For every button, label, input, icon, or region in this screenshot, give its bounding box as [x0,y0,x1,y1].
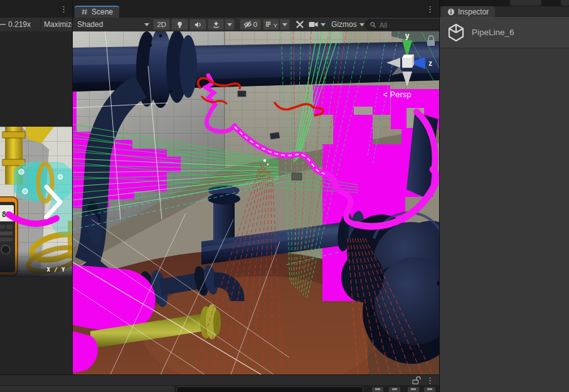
gizmo-cube-top[interactable] [402,55,414,58]
lower-toolbar-button[interactable] [372,387,383,392]
toggle-2d-button[interactable]: 2D [153,19,170,30]
scene-search-input[interactable] [378,21,430,29]
tab-inspector[interactable]: Inspector [441,6,495,17]
gizmo-down-axis-cone[interactable] [402,72,412,87]
info-icon [447,8,455,16]
inspector-object-header: PipeLine_6 [440,17,569,48]
scene-audio-button[interactable] [189,19,206,30]
draw-mode-label: Shaded [77,20,103,29]
lower-toolbar-button[interactable] [408,387,419,392]
lower-panel-edge [0,385,439,392]
scene-orientation-gizmo[interactable]: y z < Persp [368,31,440,107]
inspector-panel: Inspector PipeLine_6 [439,0,569,392]
scene-toolbar: Shaded 2D [73,18,440,32]
toolbar-button-partial[interactable] [510,0,541,6]
search-icon [370,21,376,28]
component-tools-button[interactable] [294,19,306,30]
tools-icon [295,20,304,29]
inspector-tab-label: Inspector [458,8,489,16]
bottom-statusbar: ⋮ [0,374,439,385]
game-panel-tabbar: ⋮ [0,0,72,18]
toolbar-button-partial[interactable] [561,0,569,6]
scene-tabbar: Scene ⋮ [73,0,439,18]
maximize-button[interactable]: Maximize [44,20,76,29]
scene-panel: Scene ⋮ Shaded 2D [72,0,439,374]
chevron-down-icon [321,23,326,26]
grid-axis-label: Y [274,23,277,29]
unity-editor-window: ⋮ 0.219x Maximize [0,0,569,392]
scene-tab-label: Scene [92,8,113,16]
lower-toolbar-button[interactable] [389,387,400,392]
scale-value[interactable]: 0.219x [8,20,31,29]
unity-logo-icon [446,23,466,43]
grid-visibility-button[interactable]: Y [263,19,279,30]
lower-panel-field[interactable] [176,386,363,392]
camera-icon [309,21,318,28]
chevron-down-icon [282,23,287,26]
scene-search-field[interactable] [365,19,445,30]
scene-lighting-button[interactable] [171,19,188,30]
lower-toolbar-button[interactable] [424,387,435,392]
inspector-top-strip [440,0,569,6]
gizmos-label: Gizmos [331,20,357,29]
chevron-down-icon [144,23,149,26]
grid-icon [265,21,272,28]
axis-mode-label: X / Y [46,267,65,273]
gizmos-dropdown[interactable]: Gizmos [331,19,363,30]
scene-grid-icon [81,8,88,16]
inspector-tabbar: Inspector [440,6,569,17]
camera-settings-dropdown[interactable] [309,19,329,30]
tab-scene[interactable]: Scene [75,6,119,18]
chevron-down-icon [359,23,364,26]
scale-slider-handle[interactable] [0,24,6,25]
hidden-count: 0 [253,21,257,28]
draw-mode-dropdown[interactable]: Shaded [77,19,149,30]
game-preview-canvas[interactable]: 88 X / Y [0,127,72,277]
gizmo-y-label: y [405,31,410,40]
gizmo-back-axis-cone[interactable] [391,66,403,75]
light-bulb-icon [176,21,184,29]
game-panel-menu-icon[interactable]: ⋮ [60,4,68,14]
scene-panel-menu-icon[interactable]: ⋮ [426,4,434,14]
scene-viewport[interactable]: y z < Persp [73,31,440,374]
game-toolbar: 0.219x Maximize [0,18,72,32]
gizmo-z-label: z [428,59,432,68]
scene-effects-button[interactable] [208,19,224,30]
lower-panel-segment [0,386,174,392]
statusbar-menu-icon[interactable]: ⋮ [426,376,434,386]
effects-star-icon [212,21,220,29]
chevron-down-icon [227,23,232,26]
unlock-icon[interactable] [412,376,421,384]
gizmo-cube[interactable] [402,58,412,68]
wall-notch [354,107,373,115]
object-name-label: PipeLine_6 [472,28,514,37]
effects-dropdown[interactable] [225,19,235,30]
speaker-icon [194,21,202,29]
hidden-objects-button[interactable]: 0 [240,19,261,30]
toolbar-divider [40,19,41,29]
2d-label: 2D [157,21,166,28]
grid-dropdown[interactable] [280,19,290,30]
view-lock-icon[interactable] [427,36,435,46]
game-panel: ⋮ 0.219x Maximize [0,0,72,374]
gizmo-x-axis-cone[interactable] [386,58,400,68]
game-panel-body: 88 X / Y [0,31,72,374]
eye-slash-icon [243,20,252,29]
projection-mode-label[interactable]: < Persp [383,90,411,99]
inspector-body [440,48,569,392]
